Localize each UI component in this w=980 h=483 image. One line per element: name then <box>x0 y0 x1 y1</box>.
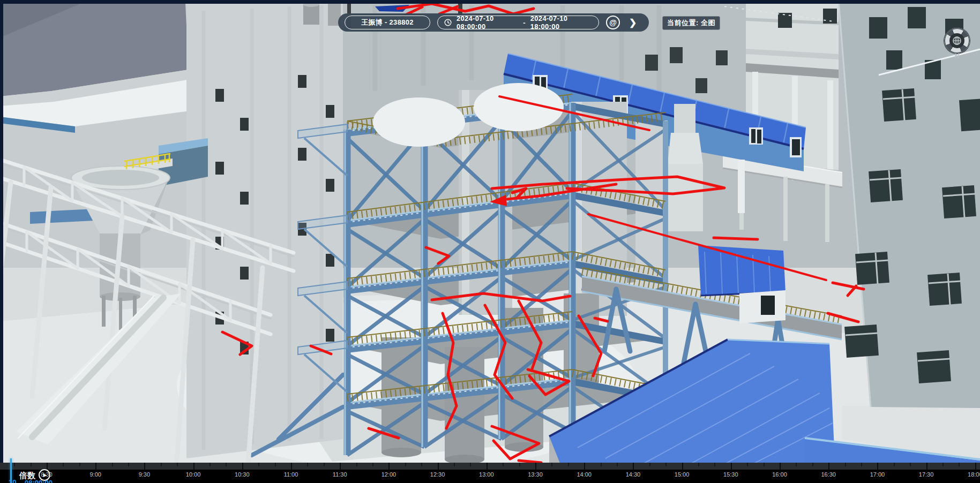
timeline-tick-label: 16:30 <box>821 471 836 478</box>
timeline-tick <box>438 463 439 470</box>
timeline-tick-label: 14:00 <box>577 471 592 478</box>
timeline-tick <box>14 463 15 466</box>
timeline-tick <box>682 463 683 470</box>
timeline-tick <box>975 463 976 470</box>
timeline-tick <box>324 463 325 466</box>
timeline-tick <box>307 463 308 466</box>
timeline-tick <box>63 463 64 466</box>
person-selector[interactable]: 王振博 - 238802 <box>345 16 430 29</box>
timeline-tick <box>959 463 960 466</box>
timeline-tick <box>780 463 781 470</box>
current-time: 08:00:00 <box>25 479 53 483</box>
timeline-tick <box>731 463 732 470</box>
timeline-tick <box>454 463 455 466</box>
timeline-tick-label: 12:00 <box>381 471 397 478</box>
timeline-tick <box>421 463 422 466</box>
view-compass[interactable]: N <box>944 28 970 54</box>
timeline-tick-label: 12:30 <box>430 471 445 478</box>
timeline-tick <box>942 463 944 466</box>
current-location-badge: 当前位置: 全图 <box>662 16 720 30</box>
compass-globe-icon <box>949 33 964 48</box>
timeline-tick-label: 10:00 <box>186 471 201 478</box>
timeline-tick <box>405 463 406 466</box>
timeline-tick <box>926 463 927 470</box>
timeline-tick-label: 10:30 <box>235 471 250 478</box>
time-end: 2024-07-10 18:00:00 <box>530 14 592 31</box>
locate-icon: @ <box>609 18 617 27</box>
timeline-tick <box>764 463 765 466</box>
speed-value[interactable]: 10 <box>9 478 16 483</box>
timeline-tick <box>894 463 895 466</box>
timeline-tick <box>617 463 618 466</box>
timeline-tick <box>861 463 862 466</box>
next-button[interactable]: ❯ <box>628 17 638 28</box>
compass-north-label: N <box>944 52 970 60</box>
time-range-picker[interactable]: 2024-07-10 08:00:00 - 2024-07-10 18:00:0… <box>437 16 599 29</box>
timeline-tick <box>275 463 276 466</box>
timeline-tick-label: 11:30 <box>333 471 347 478</box>
timeline-tick-label: 16:00 <box>772 471 787 478</box>
top-toolbar: 王振博 - 238802 2024-07-10 08:00:00 - 2024-… <box>338 13 649 32</box>
timeline-tick-label: 11:00 <box>284 471 298 478</box>
timeline-tick <box>714 463 715 466</box>
time-start: 2024-07-10 08:00:00 <box>457 14 518 31</box>
timeline-tick <box>372 463 373 466</box>
person-label: 王振博 - 238802 <box>361 18 414 27</box>
timeline-tick <box>340 463 341 470</box>
timeline-tick-label: 14:30 <box>626 471 641 478</box>
timeline-tick <box>584 463 585 470</box>
timeline-tick <box>568 463 569 466</box>
timeline-tick <box>698 463 699 466</box>
timeline-tick <box>258 463 259 466</box>
timeline-tick <box>812 463 813 466</box>
timeline-tick <box>193 463 194 470</box>
timeline-tick <box>79 463 80 466</box>
timeline-tick-label: 15:00 <box>675 471 690 478</box>
timeline-tick <box>503 463 504 466</box>
timeline-tick-label: 18:00 <box>968 471 980 478</box>
timeline-tick <box>291 463 292 470</box>
timeline-tick <box>128 463 129 466</box>
timeline-tick <box>633 463 634 470</box>
timeline-tick-label: 13:00 <box>479 471 494 478</box>
timeline-tick <box>210 463 211 466</box>
timeline-tick <box>535 463 536 470</box>
timeline-tick <box>161 463 162 466</box>
play-icon: ▶ <box>43 472 47 478</box>
timeline-tick <box>356 463 357 466</box>
timeline-tick <box>649 463 650 466</box>
timeline-tick <box>877 463 878 470</box>
timeline-tick <box>796 463 797 466</box>
timeline-tick <box>910 463 911 466</box>
clock-icon <box>444 19 452 26</box>
timeline-tick <box>31 463 32 466</box>
app-viewport: 王振博 - 238802 2024-07-10 08:00:00 - 2024-… <box>0 0 980 483</box>
timeline-tick <box>470 463 471 466</box>
timeline-tick <box>845 463 846 466</box>
timeline-tick <box>226 463 227 466</box>
timeline-tick <box>177 463 178 466</box>
time-separator: - <box>523 19 526 27</box>
timeline-tick <box>519 463 520 466</box>
right-building <box>839 0 980 408</box>
timeline-tick-label: 15:30 <box>723 471 738 478</box>
timeline-tick-label: 17:00 <box>870 471 885 478</box>
playback-controls: 倍数 ▶ 10 08:00:00 <box>0 468 161 483</box>
slate-roof-plane <box>0 4 194 133</box>
timeline-tick <box>551 463 552 466</box>
chevron-right-icon: ❯ <box>629 18 637 28</box>
timeline-tick <box>747 463 748 466</box>
plant-3d-scene[interactable] <box>0 0 980 483</box>
timeline-tick <box>665 463 667 466</box>
locate-button[interactable]: @ <box>606 16 620 29</box>
timeline-tick-label: 17:30 <box>919 471 934 478</box>
timeline-tick <box>828 463 829 470</box>
timeline-tick <box>388 463 390 470</box>
timeline-tick <box>112 463 113 466</box>
timeline-tick <box>487 463 488 470</box>
timeline-tick-label: 13:30 <box>528 471 543 478</box>
timeline-tick <box>601 463 602 466</box>
timeline-tick <box>242 463 243 470</box>
